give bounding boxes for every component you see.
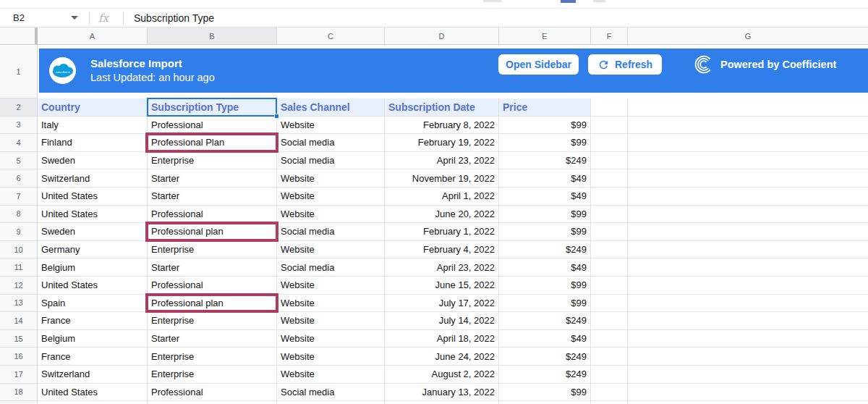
row-header[interactable]: 8 [0, 206, 38, 224]
cell-empty-f[interactable] [591, 384, 628, 402]
cell-country[interactable]: France [38, 348, 148, 366]
cell-subscription-type[interactable]: Professional [148, 277, 277, 295]
cell-sales-channel[interactable]: Website [277, 312, 385, 330]
row-header[interactable]: 12 [0, 277, 38, 295]
cell-price[interactable]: $249 [499, 152, 591, 170]
selection-fill-handle[interactable] [274, 114, 279, 119]
cell-empty-g[interactable] [628, 223, 868, 241]
cell-price[interactable]: $99 [499, 295, 591, 313]
cell-price[interactable]: $49 [499, 258, 591, 277]
row-header[interactable]: 11 [0, 258, 38, 277]
cell-price[interactable]: $99 [499, 134, 591, 152]
cell-subscription-date[interactable]: April 1, 2022 [385, 188, 499, 206]
cell-empty-g[interactable] [628, 117, 868, 135]
cell-sales-channel[interactable]: Social media [277, 152, 385, 170]
cell-price[interactable]: $99 [499, 277, 591, 295]
header-sales-channel[interactable]: Sales Channel [277, 98, 385, 117]
cell-empty-g[interactable] [628, 206, 868, 224]
cell-empty-f[interactable] [591, 277, 628, 295]
row-header[interactable]: 5 [0, 152, 38, 170]
name-box[interactable]: B2 [13, 12, 71, 23]
cell-empty-f[interactable] [591, 188, 628, 206]
cell-empty-f[interactable] [591, 206, 628, 224]
column-header-f[interactable]: F [591, 28, 628, 45]
cell-price[interactable]: $99 [499, 117, 591, 135]
cell-empty-g[interactable] [628, 366, 868, 384]
cell-empty-g[interactable] [628, 169, 868, 188]
cell-sales-channel[interactable]: Website [277, 295, 385, 313]
cell-empty-g[interactable] [628, 152, 868, 170]
header-country[interactable]: Country [38, 98, 148, 117]
cell-subscription-date[interactable]: July 17, 2022 [385, 295, 499, 313]
cell-country[interactable]: Sweden [38, 152, 148, 170]
cell-subscription-date[interactable]: February 19, 2022 [385, 134, 499, 152]
row-header[interactable]: 10 [0, 241, 38, 259]
cell-subscription-type[interactable]: Starter [148, 169, 277, 188]
cell-f2[interactable] [591, 98, 628, 117]
cell-subscription-type[interactable]: Starter [148, 330, 277, 348]
cell-sales-channel[interactable]: Website [277, 277, 385, 295]
row-header[interactable]: 18 [0, 384, 38, 402]
cell-country[interactable]: United States [38, 277, 148, 295]
cell-subscription-date[interactable]: February 8, 2022 [385, 117, 499, 135]
cell-sales-channel[interactable]: Website [277, 206, 385, 224]
cell-country[interactable]: Belgium [38, 258, 148, 277]
cell-subscription-type[interactable]: Enterprise [148, 152, 277, 170]
cell-empty-f[interactable] [591, 223, 628, 241]
cell-country[interactable]: United States [38, 384, 148, 402]
row-header[interactable]: 6 [0, 169, 38, 188]
cell-price[interactable]: $99 [499, 223, 591, 241]
cell-empty-g[interactable] [628, 277, 868, 295]
cell-price[interactable]: $49 [499, 169, 591, 188]
cell-country[interactable]: Finland [38, 134, 148, 152]
cell-subscription-type[interactable]: Starter [148, 188, 277, 206]
cell-empty-g[interactable] [628, 330, 868, 348]
cell-country[interactable]: Switzerland [38, 169, 148, 188]
cell-subscription-date[interactable]: August 2, 2022 [385, 366, 499, 384]
cell-country[interactable]: United States [38, 188, 148, 206]
row-header[interactable]: 16 [0, 348, 38, 366]
cell-price[interactable]: $249 [499, 312, 591, 330]
cell-country[interactable]: France [38, 312, 148, 330]
cell-subscription-date[interactable]: February 4, 2022 [385, 241, 499, 259]
row-header[interactable]: 3 [0, 117, 38, 135]
cell-empty-g[interactable] [628, 384, 868, 402]
cell-sales-channel[interactable]: Website [277, 366, 385, 384]
cell-empty-f[interactable] [591, 348, 628, 366]
cell-empty-g[interactable] [628, 312, 868, 330]
cell-empty-f[interactable] [591, 295, 628, 313]
column-header-b[interactable]: B [148, 28, 277, 45]
cell-empty-f[interactable] [591, 117, 628, 135]
cell-empty-g[interactable] [628, 134, 868, 152]
cell-subscription-type[interactable]: Starter [148, 258, 277, 277]
cell-subscription-date[interactable]: February 1, 2022 [385, 223, 499, 241]
cell-subscription-date[interactable]: April 23, 2022 [385, 258, 499, 277]
cell-empty-g[interactable] [628, 258, 868, 277]
cell-empty-f[interactable] [591, 330, 628, 348]
cell-sales-channel[interactable]: Social media [277, 258, 385, 277]
cell-empty-f[interactable] [591, 241, 628, 259]
cell-empty-f[interactable] [591, 134, 628, 152]
row-header[interactable]: 9 [0, 223, 38, 241]
row-header[interactable]: 15 [0, 330, 38, 348]
cell-country[interactable]: Spain [38, 295, 148, 313]
cell-country[interactable]: Belgium [38, 330, 148, 348]
cell-subscription-date[interactable]: June 20, 2022 [385, 206, 499, 224]
cell-country[interactable]: Italy [38, 117, 148, 135]
header-price[interactable]: Price [499, 98, 591, 117]
cell-sales-channel[interactable]: Website [277, 241, 385, 259]
cell-empty-g[interactable] [628, 295, 868, 313]
row-header[interactable]: 14 [0, 312, 38, 330]
cell-sales-channel[interactable]: Social media [277, 384, 385, 402]
formula-input[interactable]: Subscription Type [134, 12, 214, 24]
cell-price[interactable]: $249 [499, 241, 591, 259]
cell-subscription-date[interactable]: November 19, 2022 [385, 169, 499, 188]
cell-subscription-type[interactable]: Professional [148, 206, 277, 224]
cell[interactable] [591, 401, 628, 404]
row-header[interactable]: 4 [0, 134, 38, 152]
row-header[interactable]: 7 [0, 188, 38, 206]
column-header-c[interactable]: C [277, 28, 385, 45]
cell[interactable] [148, 401, 277, 404]
header-subscription-date[interactable]: Subscription Date [385, 98, 499, 117]
cell-sales-channel[interactable]: Website [277, 117, 385, 135]
